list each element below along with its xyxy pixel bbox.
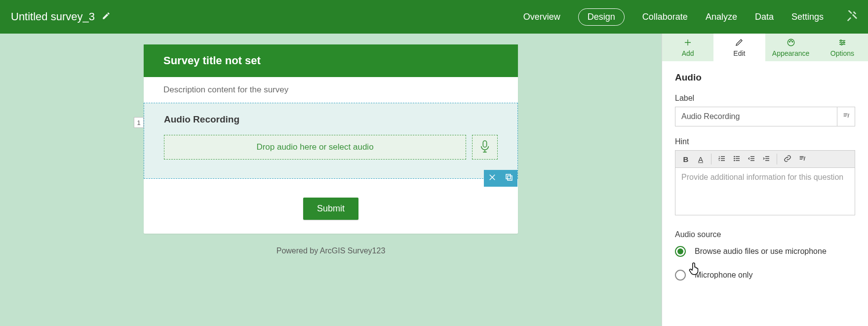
survey-name: Untitled survey_3 — [11, 10, 95, 23]
duplicate-question-button[interactable] — [501, 170, 517, 187]
bold-button[interactable]: B — [679, 153, 692, 165]
outdent-button[interactable] — [745, 153, 758, 165]
plus-icon — [683, 38, 692, 48]
svg-rect-0 — [483, 141, 486, 147]
survey-card: Survey title not set Description content… — [144, 44, 518, 234]
submit-row: Submit — [144, 179, 518, 234]
ordered-list-button[interactable] — [715, 153, 728, 165]
question-number: 1 — [134, 117, 144, 128]
tab-appearance-label: Appearance — [772, 49, 810, 57]
svg-rect-1 — [506, 174, 511, 179]
cursor-hand-icon — [688, 262, 701, 277]
side-panel-body: Audio Label Hint B A — [662, 61, 868, 326]
translate-icon — [842, 112, 850, 122]
app-header: Untitled survey_3 Overview Design Collab… — [0, 0, 868, 34]
link-button[interactable] — [781, 153, 794, 165]
nav-collaborate[interactable]: Collaborate — [642, 12, 688, 22]
audio-source-option-2-label: Microphone only — [695, 271, 752, 280]
svg-rect-2 — [508, 176, 512, 180]
hint-field-label: Hint — [675, 137, 855, 146]
svg-point-11 — [734, 158, 735, 159]
ordered-list-icon — [718, 155, 726, 164]
outdent-icon — [748, 155, 755, 164]
radio-unchecked-icon — [675, 270, 686, 281]
label-input[interactable] — [675, 107, 837, 126]
palette-icon — [787, 38, 795, 48]
tools-icon[interactable] — [841, 10, 857, 24]
audio-drop-area[interactable]: Drop audio here or select audio — [164, 135, 466, 160]
nav-data[interactable]: Data — [755, 12, 774, 22]
audio-source-option-1-label: Browse audio files or use microphone — [695, 247, 827, 256]
radio-checked-icon — [675, 246, 686, 257]
separator — [711, 154, 711, 164]
nav-analyze[interactable]: Analyze — [706, 12, 737, 22]
tab-edit-label: Edit — [733, 49, 745, 57]
question-toolbar — [484, 170, 517, 187]
bold-icon: B — [683, 155, 689, 163]
nav-overview[interactable]: Overview — [523, 12, 560, 22]
sliders-icon — [838, 38, 847, 48]
pencil-icon — [735, 38, 744, 48]
underline-icon: A — [698, 155, 703, 163]
tab-edit[interactable]: Edit — [713, 34, 765, 61]
nav-settings[interactable]: Settings — [791, 12, 824, 22]
unordered-list-icon — [733, 155, 741, 164]
side-panel: Add Edit Appearance Options Audio Label — [662, 34, 868, 326]
unordered-list-button[interactable] — [730, 153, 743, 165]
microphone-button[interactable] — [472, 135, 498, 160]
indent-icon — [762, 155, 770, 164]
svg-point-5 — [790, 40, 791, 41]
title-area: Untitled survey_3 — [11, 10, 111, 23]
svg-point-8 — [843, 41, 844, 43]
link-icon — [784, 155, 791, 164]
side-panel-tabs: Add Edit Appearance Options — [662, 34, 868, 61]
audio-source-option-2[interactable]: Microphone only — [675, 270, 855, 281]
tab-options[interactable]: Options — [817, 34, 868, 61]
nav-design[interactable]: Design — [578, 8, 625, 26]
microphone-icon — [479, 140, 490, 155]
panel-heading: Audio — [675, 72, 855, 83]
svg-point-9 — [841, 43, 842, 45]
edit-title-icon[interactable] — [102, 11, 111, 22]
top-nav: Overview Design Collaborate Analyze Data… — [523, 8, 857, 26]
audio-source-option-1[interactable]: Browse audio files or use microphone — [675, 246, 855, 257]
svg-point-12 — [734, 160, 735, 161]
question-title: Audio Recording — [164, 114, 498, 125]
copy-icon — [505, 173, 513, 184]
tab-add[interactable]: Add — [662, 34, 713, 61]
tab-options-label: Options — [830, 49, 854, 57]
survey-description[interactable]: Description content for the survey — [144, 77, 518, 103]
svg-point-6 — [792, 41, 793, 42]
underline-button[interactable]: A — [694, 153, 707, 165]
close-icon — [488, 173, 497, 184]
canvas-area: Survey title not set Description content… — [0, 34, 662, 326]
audio-row: Drop audio here or select audio — [164, 135, 498, 160]
hint-textarea[interactable] — [675, 168, 855, 215]
audio-source-label: Audio source — [675, 230, 855, 239]
powered-by: Powered by ArcGIS Survey123 — [0, 246, 662, 255]
label-field-label: Label — [675, 94, 855, 103]
svg-point-10 — [734, 156, 735, 157]
clear-format-icon — [798, 155, 806, 164]
delete-question-button[interactable] — [484, 170, 501, 187]
svg-point-4 — [789, 41, 790, 42]
translate-button[interactable] — [837, 107, 855, 126]
svg-point-7 — [840, 40, 841, 41]
tab-add-label: Add — [682, 49, 694, 57]
question-block[interactable]: 1 Audio Recording Drop audio here or sel… — [144, 103, 518, 179]
tab-appearance[interactable]: Appearance — [765, 34, 817, 61]
clear-format-button[interactable] — [796, 153, 809, 165]
rte-toolbar: B A — [675, 150, 855, 168]
separator — [777, 154, 777, 164]
survey-title[interactable]: Survey title not set — [144, 44, 518, 77]
indent-button[interactable] — [760, 153, 773, 165]
submit-button[interactable]: Submit — [303, 198, 358, 220]
